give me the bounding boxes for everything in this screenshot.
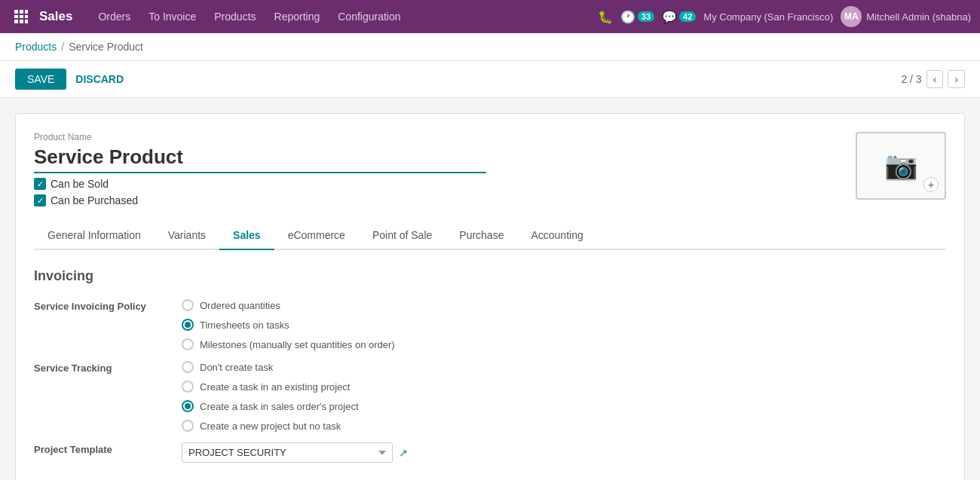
product-header-left: Product Name Can be Sold Can be Purchase… [34, 132, 856, 206]
project-template-label: Project Template [34, 442, 170, 455]
tracking-no-task-radio[interactable] [182, 361, 194, 373]
can-be-purchased-label: Can be Purchased [51, 194, 138, 206]
tracking-new-project-item[interactable]: Create a new project but no task [182, 420, 946, 432]
can-be-purchased-row: Can be Purchased [34, 194, 856, 206]
policy-timesheets-item[interactable]: Timesheets on tasks [182, 319, 946, 331]
save-button[interactable]: SAVE [15, 69, 66, 90]
action-bar: SAVE DISCARD 2 / 3 ‹ › [0, 61, 980, 98]
camera-icon: 📷 [884, 150, 918, 182]
service-invoicing-label: Service Invoicing Policy [34, 299, 170, 312]
can-be-sold-checkbox[interactable] [34, 178, 46, 190]
service-invoicing-row: Service Invoicing Policy Ordered quantit… [34, 299, 946, 350]
tab-variants[interactable]: Variants [155, 222, 219, 250]
tab-accounting[interactable]: Accounting [517, 222, 596, 250]
chat-badge: 42 [679, 11, 696, 22]
tracking-sales-order-project-radio[interactable] [182, 400, 194, 412]
nav-products[interactable]: Products [207, 6, 263, 27]
policy-ordered-label: Ordered quantities [200, 300, 280, 311]
tab-purchase[interactable]: Purchase [446, 222, 517, 250]
bug-icon: 🐛 [598, 10, 613, 24]
chat-icon: 💬 [662, 10, 677, 24]
product-header: Product Name Can be Sold Can be Purchase… [34, 132, 946, 206]
prev-page-button[interactable]: ‹ [926, 70, 944, 88]
notification-btn[interactable]: 🕐 33 [620, 10, 654, 24]
project-template-select-row: PROJECT SECURITY ↗ [182, 442, 946, 463]
can-be-sold-label: Can be Sold [51, 178, 109, 190]
tracking-existing-project-radio[interactable] [182, 381, 194, 393]
policy-milestones-item[interactable]: Milestones (manually set quantities on o… [182, 338, 946, 350]
svg-rect-6 [14, 20, 18, 23]
pagination: 2 / 3 ‹ › [901, 70, 965, 88]
breadcrumb-parent[interactable]: Products [15, 41, 57, 53]
breadcrumb-current: Service Product [69, 41, 143, 53]
project-template-field: PROJECT SECURITY ↗ [182, 442, 946, 463]
breadcrumb: Products / Service Product [0, 33, 980, 61]
policy-timesheets-radio[interactable] [182, 319, 194, 331]
tracking-existing-project-item[interactable]: Create a task in an existing project [182, 381, 946, 393]
svg-rect-8 [25, 20, 28, 23]
discard-button[interactable]: DISCARD [75, 73, 124, 85]
svg-rect-3 [14, 15, 18, 18]
policy-milestones-label: Milestones (manually set quantities on o… [200, 339, 395, 350]
service-tracking-field: Don't create task Create a task in an ex… [182, 361, 946, 432]
nav-links: Orders To Invoice Products Reporting Con… [90, 6, 597, 27]
nav-right: 🐛 🕐 33 💬 42 My Company (San Francisco) M… [598, 6, 971, 27]
company-selector[interactable]: My Company (San Francisco) [703, 11, 833, 23]
sales-tab-body: Invoicing Service Invoicing Policy Order… [34, 250, 946, 480]
can-be-sold-row: Can be Sold [34, 178, 856, 190]
svg-rect-0 [14, 10, 18, 14]
tab-point-of-sale[interactable]: Point of Sale [359, 222, 446, 250]
nav-to-invoice[interactable]: To Invoice [141, 6, 204, 27]
can-be-purchased-checkbox[interactable] [34, 194, 46, 206]
user-menu[interactable]: MA Mitchell Admin (shabna) [841, 6, 971, 27]
service-invoicing-field: Ordered quantities Timesheets on tasks M… [182, 299, 946, 350]
service-tracking-row: Service Tracking Don't create task Creat… [34, 361, 946, 432]
bug-icon-btn[interactable]: 🐛 [598, 10, 613, 24]
tabs-row: General Information Variants Sales eComm… [34, 222, 946, 250]
tab-ecommerce[interactable]: eCommerce [274, 222, 359, 250]
app-name: Sales [39, 9, 72, 24]
svg-rect-2 [25, 10, 28, 14]
invoicing-section-title: Invoicing [34, 268, 946, 284]
tracking-no-task-item[interactable]: Don't create task [182, 361, 946, 373]
tracking-new-project-radio[interactable] [182, 420, 194, 432]
nav-configuration[interactable]: Configuration [330, 6, 408, 27]
next-page-button[interactable]: › [948, 70, 965, 88]
svg-rect-4 [20, 15, 23, 18]
nav-reporting[interactable]: Reporting [267, 6, 328, 27]
svg-rect-1 [20, 10, 23, 14]
project-template-select[interactable]: PROJECT SECURITY [182, 442, 393, 463]
breadcrumb-separator: / [61, 41, 64, 53]
svg-rect-5 [25, 15, 28, 18]
product-image-upload[interactable]: 📷 + [856, 132, 946, 200]
user-name: Mitchell Admin (shabna) [866, 11, 971, 23]
svg-rect-7 [20, 20, 23, 23]
tracking-sales-order-project-label: Create a task in sales order's project [200, 401, 359, 412]
service-tracking-label: Service Tracking [34, 361, 170, 374]
chat-btn[interactable]: 💬 42 [662, 10, 696, 24]
pagination-text: 2 / 3 [901, 73, 921, 85]
policy-milestones-radio[interactable] [182, 338, 194, 350]
tab-general-information[interactable]: General Information [34, 222, 155, 250]
tab-sales[interactable]: Sales [219, 222, 274, 250]
tracking-no-task-label: Don't create task [200, 362, 273, 373]
policy-timesheets-label: Timesheets on tasks [200, 319, 289, 331]
tracking-new-project-label: Create a new project but no task [200, 420, 341, 432]
add-image-icon: + [923, 177, 939, 192]
tracking-sales-order-project-item[interactable]: Create a task in sales order's project [182, 400, 946, 412]
product-name-input[interactable] [34, 145, 486, 173]
clock-icon: 🕐 [620, 10, 635, 24]
avatar: MA [841, 6, 862, 27]
nav-orders[interactable]: Orders [90, 6, 138, 27]
product-name-label: Product Name [34, 132, 856, 142]
policy-ordered-item[interactable]: Ordered quantities [182, 299, 946, 311]
top-navigation: Sales Orders To Invoice Products Reporti… [0, 0, 980, 33]
project-template-row: Project Template PROJECT SECURITY ↗ [34, 442, 946, 463]
notification-badge: 33 [638, 11, 654, 22]
external-link-icon[interactable]: ↗ [399, 447, 408, 459]
product-card: Product Name Can be Sold Can be Purchase… [15, 113, 965, 480]
grid-menu-icon[interactable] [9, 5, 33, 29]
policy-ordered-radio[interactable] [182, 299, 194, 311]
main-content: Product Name Can be Sold Can be Purchase… [0, 98, 980, 480]
tracking-existing-project-label: Create a task in an existing project [200, 381, 350, 393]
